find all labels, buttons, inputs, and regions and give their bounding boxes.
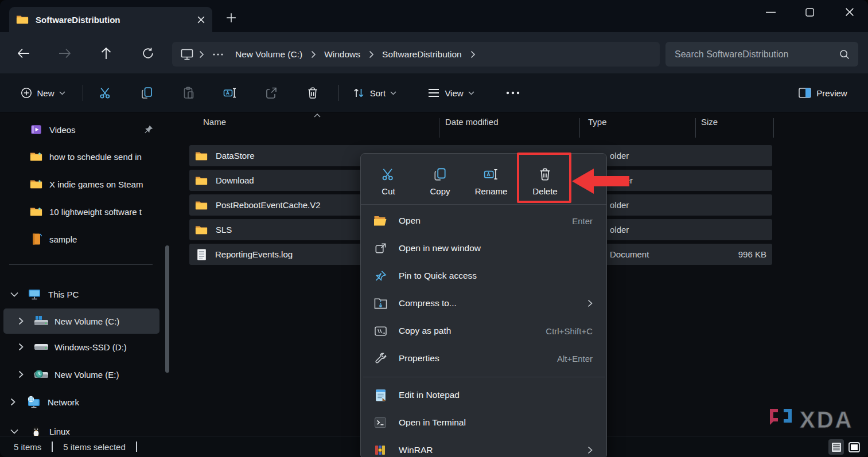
large-icons-view-toggle[interactable]	[846, 439, 862, 455]
delete-button[interactable]	[300, 81, 325, 104]
chevron-right-icon[interactable]	[10, 398, 15, 406]
context-menu-divider	[363, 377, 605, 377]
chevron-right-icon[interactable]	[470, 50, 476, 58]
minimize-button[interactable]	[757, 0, 784, 24]
menu-item-compress[interactable]: Compress to...	[364, 290, 604, 317]
column-header-size[interactable]: Size	[701, 117, 718, 127]
menu-item-copy-as-path[interactable]: Copy as path Ctrl+Shift+C	[364, 317, 604, 345]
sidebar-item-network[interactable]: Network	[3, 390, 159, 413]
share-button[interactable]	[259, 81, 284, 104]
new-button[interactable]: New	[11, 81, 75, 104]
sidebar-item-drive-e[interactable]: New Volume (E:)	[3, 363, 159, 386]
context-cut-button[interactable]: Cut	[365, 159, 411, 203]
copy-button[interactable]	[134, 81, 159, 104]
sidebar-item-folder-3[interactable]: 10 lightweight software t	[3, 200, 159, 223]
column-header-type[interactable]: Type	[588, 117, 607, 127]
chevron-right-icon[interactable]	[18, 370, 24, 378]
sidebar-item-folder-1[interactable]: how to schedule send in	[3, 145, 159, 168]
menu-item-open-new-window[interactable]: Open in new window	[364, 235, 604, 262]
command-toolbar: New Sort View	[0, 73, 868, 112]
more-options-icon[interactable]	[498, 81, 528, 104]
chevron-right-icon[interactable]	[18, 317, 24, 325]
search-icon[interactable]	[839, 49, 850, 60]
sidebar-item-sample[interactable]: sample	[3, 228, 159, 251]
column-header-name[interactable]: Name	[203, 117, 226, 127]
delete-highlight-box	[517, 153, 571, 203]
status-divider	[52, 442, 53, 452]
breadcrumb-overflow-icon[interactable]	[212, 53, 224, 56]
sidebar-divider	[9, 264, 153, 265]
column-header-date[interactable]: Date modified	[445, 117, 499, 127]
folder-icon	[195, 174, 208, 187]
new-tab-icon[interactable]	[226, 13, 236, 23]
new-button-label: New	[37, 88, 54, 98]
paste-button[interactable]	[176, 81, 201, 104]
chevron-down-icon[interactable]	[10, 292, 18, 297]
chevron-right-icon[interactable]	[310, 50, 316, 58]
sidebar: Videos how to schedule send in X indie g…	[0, 112, 174, 436]
column-divider[interactable]	[695, 118, 696, 138]
terminal-icon	[373, 417, 387, 428]
chevron-right-icon[interactable]	[368, 50, 374, 58]
up-icon[interactable]	[98, 45, 115, 62]
pin-icon	[143, 124, 154, 135]
breadcrumb-item-drive[interactable]: New Volume (C:)	[229, 47, 308, 62]
column-divider[interactable]	[439, 118, 439, 138]
drive-c-icon	[34, 315, 49, 327]
winrar-icon	[373, 444, 387, 456]
sort-ascending-caret-icon	[314, 114, 321, 118]
column-divider[interactable]	[579, 118, 580, 138]
view-button[interactable]: View	[420, 81, 482, 104]
chevron-down-icon[interactable]	[10, 429, 18, 434]
tab-close-icon[interactable]	[197, 15, 205, 24]
rename-button[interactable]	[217, 81, 243, 104]
notebook-icon	[31, 233, 42, 245]
sidebar-item-folder-2[interactable]: X indie games on Steam	[3, 173, 159, 196]
refresh-icon[interactable]	[139, 45, 157, 62]
context-copy-button[interactable]: Copy	[417, 159, 463, 203]
toolbar-divider	[338, 85, 339, 101]
sort-button[interactable]: Sort	[345, 81, 403, 104]
folder-icon	[195, 199, 208, 212]
breadcrumb-item-windows[interactable]: Windows	[318, 47, 366, 62]
cut-icon	[381, 167, 396, 182]
compress-zip-icon	[373, 297, 387, 310]
menu-item-pin-quick-access[interactable]: Pin to Quick access	[364, 262, 604, 290]
forward-icon[interactable]	[56, 45, 73, 62]
xda-watermark: XDA	[766, 407, 853, 433]
preview-button[interactable]: Preview	[789, 81, 857, 104]
menu-item-edit-in-notepad[interactable]: Edit in Notepad	[364, 381, 604, 409]
items-selected: 5 items selected	[63, 442, 125, 452]
notepad-icon	[373, 389, 387, 402]
maximize-button[interactable]	[796, 0, 823, 24]
chevron-right-icon[interactable]	[198, 50, 204, 58]
column-divider[interactable]	[773, 118, 774, 138]
this-pc-icon[interactable]	[180, 48, 194, 61]
search-input[interactable]	[674, 49, 839, 60]
this-pc-icon	[28, 288, 41, 300]
context-rename-button[interactable]: Rename	[468, 159, 514, 203]
cut-button[interactable]	[93, 81, 118, 104]
menu-item-properties[interactable]: Properties Alt+Enter	[364, 345, 604, 372]
properties-wrench-icon	[373, 352, 387, 365]
breadcrumb-item-current[interactable]: SoftwareDistribution	[376, 47, 468, 62]
explorer-tab[interactable]: SoftwareDistribution	[9, 7, 212, 32]
drive-d-icon	[34, 341, 49, 353]
details-view-toggle[interactable]	[828, 439, 844, 455]
network-icon	[27, 396, 41, 408]
sidebar-item-drive-d[interactable]: Windows-SSD (D:)	[3, 335, 159, 358]
sidebar-item-videos[interactable]: Videos	[3, 118, 159, 141]
back-icon[interactable]	[15, 45, 32, 62]
menu-item-open[interactable]: Open Enter	[364, 207, 604, 235]
folder-icon	[195, 224, 208, 236]
sidebar-scrollbar[interactable]	[165, 245, 169, 373]
sidebar-item-drive-c[interactable]: New Volume (C:)	[3, 308, 159, 334]
close-button[interactable]	[836, 0, 863, 24]
toolbar-divider	[83, 85, 83, 101]
sidebar-item-this-pc[interactable]: This PC	[3, 283, 159, 306]
tab-title: SoftwareDistribution	[36, 15, 197, 25]
menu-item-open-in-terminal[interactable]: Open in Terminal	[364, 409, 604, 436]
menu-item-winrar[interactable]: WinRAR	[364, 436, 604, 457]
status-divider	[136, 442, 137, 452]
chevron-right-icon[interactable]	[18, 343, 24, 351]
